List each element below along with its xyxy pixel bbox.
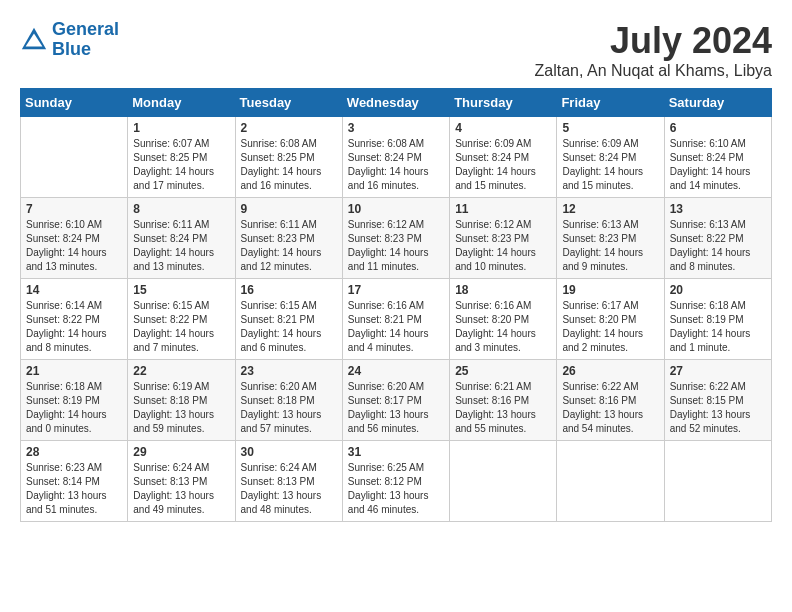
day-number: 16 <box>241 283 337 297</box>
day-number: 6 <box>670 121 766 135</box>
day-info: Sunrise: 6:16 AMSunset: 8:21 PMDaylight:… <box>348 299 444 355</box>
calendar-cell: 18Sunrise: 6:16 AMSunset: 8:20 PMDayligh… <box>450 279 557 360</box>
day-info: Sunrise: 6:15 AMSunset: 8:21 PMDaylight:… <box>241 299 337 355</box>
calendar-cell: 17Sunrise: 6:16 AMSunset: 8:21 PMDayligh… <box>342 279 449 360</box>
day-info: Sunrise: 6:09 AMSunset: 8:24 PMDaylight:… <box>562 137 658 193</box>
day-info: Sunrise: 6:24 AMSunset: 8:13 PMDaylight:… <box>133 461 229 517</box>
calendar-cell: 20Sunrise: 6:18 AMSunset: 8:19 PMDayligh… <box>664 279 771 360</box>
day-number: 30 <box>241 445 337 459</box>
calendar-cell: 26Sunrise: 6:22 AMSunset: 8:16 PMDayligh… <box>557 360 664 441</box>
calendar-cell <box>664 441 771 522</box>
day-number: 27 <box>670 364 766 378</box>
weekday-header-friday: Friday <box>557 89 664 117</box>
day-info: Sunrise: 6:20 AMSunset: 8:18 PMDaylight:… <box>241 380 337 436</box>
day-info: Sunrise: 6:11 AMSunset: 8:23 PMDaylight:… <box>241 218 337 274</box>
day-number: 28 <box>26 445 122 459</box>
day-number: 8 <box>133 202 229 216</box>
day-info: Sunrise: 6:18 AMSunset: 8:19 PMDaylight:… <box>26 380 122 436</box>
day-number: 26 <box>562 364 658 378</box>
day-info: Sunrise: 6:25 AMSunset: 8:12 PMDaylight:… <box>348 461 444 517</box>
month-title: July 2024 <box>535 20 772 62</box>
weekday-header-tuesday: Tuesday <box>235 89 342 117</box>
day-number: 14 <box>26 283 122 297</box>
day-info: Sunrise: 6:15 AMSunset: 8:22 PMDaylight:… <box>133 299 229 355</box>
logo-text-line1: General <box>52 20 119 40</box>
day-number: 17 <box>348 283 444 297</box>
day-info: Sunrise: 6:09 AMSunset: 8:24 PMDaylight:… <box>455 137 551 193</box>
day-info: Sunrise: 6:13 AMSunset: 8:22 PMDaylight:… <box>670 218 766 274</box>
calendar-cell: 23Sunrise: 6:20 AMSunset: 8:18 PMDayligh… <box>235 360 342 441</box>
logo: General Blue <box>20 20 119 60</box>
calendar-cell: 5Sunrise: 6:09 AMSunset: 8:24 PMDaylight… <box>557 117 664 198</box>
day-info: Sunrise: 6:23 AMSunset: 8:14 PMDaylight:… <box>26 461 122 517</box>
day-info: Sunrise: 6:18 AMSunset: 8:19 PMDaylight:… <box>670 299 766 355</box>
calendar-cell: 12Sunrise: 6:13 AMSunset: 8:23 PMDayligh… <box>557 198 664 279</box>
calendar-cell: 10Sunrise: 6:12 AMSunset: 8:23 PMDayligh… <box>342 198 449 279</box>
location-title: Zaltan, An Nuqat al Khams, Libya <box>535 62 772 80</box>
day-number: 2 <box>241 121 337 135</box>
calendar-cell: 1Sunrise: 6:07 AMSunset: 8:25 PMDaylight… <box>128 117 235 198</box>
day-number: 18 <box>455 283 551 297</box>
day-info: Sunrise: 6:17 AMSunset: 8:20 PMDaylight:… <box>562 299 658 355</box>
day-number: 1 <box>133 121 229 135</box>
day-info: Sunrise: 6:08 AMSunset: 8:24 PMDaylight:… <box>348 137 444 193</box>
day-info: Sunrise: 6:11 AMSunset: 8:24 PMDaylight:… <box>133 218 229 274</box>
day-info: Sunrise: 6:22 AMSunset: 8:16 PMDaylight:… <box>562 380 658 436</box>
day-number: 15 <box>133 283 229 297</box>
calendar-cell: 15Sunrise: 6:15 AMSunset: 8:22 PMDayligh… <box>128 279 235 360</box>
calendar-cell: 30Sunrise: 6:24 AMSunset: 8:13 PMDayligh… <box>235 441 342 522</box>
weekday-header-sunday: Sunday <box>21 89 128 117</box>
day-number: 31 <box>348 445 444 459</box>
calendar-table: SundayMondayTuesdayWednesdayThursdayFrid… <box>20 88 772 522</box>
day-number: 12 <box>562 202 658 216</box>
day-info: Sunrise: 6:10 AMSunset: 8:24 PMDaylight:… <box>26 218 122 274</box>
day-info: Sunrise: 6:12 AMSunset: 8:23 PMDaylight:… <box>348 218 444 274</box>
calendar-cell: 22Sunrise: 6:19 AMSunset: 8:18 PMDayligh… <box>128 360 235 441</box>
day-info: Sunrise: 6:07 AMSunset: 8:25 PMDaylight:… <box>133 137 229 193</box>
calendar-cell: 2Sunrise: 6:08 AMSunset: 8:25 PMDaylight… <box>235 117 342 198</box>
day-info: Sunrise: 6:20 AMSunset: 8:17 PMDaylight:… <box>348 380 444 436</box>
calendar-cell: 29Sunrise: 6:24 AMSunset: 8:13 PMDayligh… <box>128 441 235 522</box>
weekday-header-thursday: Thursday <box>450 89 557 117</box>
day-info: Sunrise: 6:24 AMSunset: 8:13 PMDaylight:… <box>241 461 337 517</box>
day-number: 25 <box>455 364 551 378</box>
day-number: 5 <box>562 121 658 135</box>
calendar-cell: 31Sunrise: 6:25 AMSunset: 8:12 PMDayligh… <box>342 441 449 522</box>
calendar-cell: 13Sunrise: 6:13 AMSunset: 8:22 PMDayligh… <box>664 198 771 279</box>
calendar-cell <box>450 441 557 522</box>
day-number: 24 <box>348 364 444 378</box>
day-info: Sunrise: 6:10 AMSunset: 8:24 PMDaylight:… <box>670 137 766 193</box>
logo-icon <box>20 26 48 54</box>
calendar-cell <box>21 117 128 198</box>
calendar-cell: 4Sunrise: 6:09 AMSunset: 8:24 PMDaylight… <box>450 117 557 198</box>
logo-text-line2: Blue <box>52 40 119 60</box>
calendar-cell <box>557 441 664 522</box>
weekday-header-saturday: Saturday <box>664 89 771 117</box>
day-info: Sunrise: 6:19 AMSunset: 8:18 PMDaylight:… <box>133 380 229 436</box>
calendar-cell: 16Sunrise: 6:15 AMSunset: 8:21 PMDayligh… <box>235 279 342 360</box>
calendar-cell: 11Sunrise: 6:12 AMSunset: 8:23 PMDayligh… <box>450 198 557 279</box>
calendar-cell: 3Sunrise: 6:08 AMSunset: 8:24 PMDaylight… <box>342 117 449 198</box>
day-number: 29 <box>133 445 229 459</box>
calendar-cell: 21Sunrise: 6:18 AMSunset: 8:19 PMDayligh… <box>21 360 128 441</box>
calendar-cell: 8Sunrise: 6:11 AMSunset: 8:24 PMDaylight… <box>128 198 235 279</box>
weekday-header-wednesday: Wednesday <box>342 89 449 117</box>
title-block: July 2024 Zaltan, An Nuqat al Khams, Lib… <box>535 20 772 80</box>
calendar-cell: 6Sunrise: 6:10 AMSunset: 8:24 PMDaylight… <box>664 117 771 198</box>
calendar-cell: 7Sunrise: 6:10 AMSunset: 8:24 PMDaylight… <box>21 198 128 279</box>
day-info: Sunrise: 6:22 AMSunset: 8:15 PMDaylight:… <box>670 380 766 436</box>
calendar-cell: 25Sunrise: 6:21 AMSunset: 8:16 PMDayligh… <box>450 360 557 441</box>
day-number: 3 <box>348 121 444 135</box>
day-number: 22 <box>133 364 229 378</box>
weekday-header-monday: Monday <box>128 89 235 117</box>
day-info: Sunrise: 6:08 AMSunset: 8:25 PMDaylight:… <box>241 137 337 193</box>
calendar-cell: 27Sunrise: 6:22 AMSunset: 8:15 PMDayligh… <box>664 360 771 441</box>
day-number: 19 <box>562 283 658 297</box>
day-number: 7 <box>26 202 122 216</box>
day-info: Sunrise: 6:21 AMSunset: 8:16 PMDaylight:… <box>455 380 551 436</box>
day-number: 13 <box>670 202 766 216</box>
day-info: Sunrise: 6:12 AMSunset: 8:23 PMDaylight:… <box>455 218 551 274</box>
calendar-cell: 14Sunrise: 6:14 AMSunset: 8:22 PMDayligh… <box>21 279 128 360</box>
day-number: 20 <box>670 283 766 297</box>
day-info: Sunrise: 6:13 AMSunset: 8:23 PMDaylight:… <box>562 218 658 274</box>
